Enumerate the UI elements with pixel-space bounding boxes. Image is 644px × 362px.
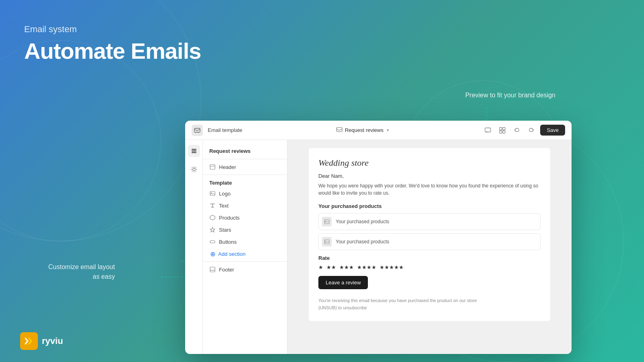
top-bar: Email template Request reviews ▾ [185, 121, 572, 140]
left-panel: Request reviews Header Template [203, 140, 287, 354]
logo-item-icon [209, 190, 216, 197]
svg-rect-4 [503, 128, 505, 130]
svg-rect-0 [194, 128, 200, 132]
svg-point-10 [193, 168, 195, 171]
product-icon-1 [322, 217, 332, 226]
svg-point-19 [325, 221, 326, 222]
preview-label: Preview to fit your brand design [465, 92, 555, 99]
app-window: Email template Request reviews ▾ [185, 121, 572, 354]
products-section-label: Your purchased products [318, 203, 541, 209]
header-title: Automate Emails [24, 38, 201, 64]
header-item[interactable]: Header [203, 161, 287, 173]
svg-rect-13 [210, 191, 215, 195]
product-icon-2 [322, 237, 332, 247]
star-1: ★ [318, 264, 323, 270]
sidebar-icons [185, 140, 203, 354]
svg-rect-5 [500, 131, 502, 133]
email-template-icon [192, 125, 203, 136]
svg-rect-9 [192, 152, 196, 153]
svg-rect-15 [210, 241, 215, 243]
email-preview: Wedding store Dear Nam, We hope you were… [309, 148, 550, 321]
logo-area: ryviu [20, 332, 63, 350]
store-name: Wedding store [318, 158, 541, 168]
star-4: ★★★★ [357, 264, 376, 270]
divider-2 [203, 175, 287, 175]
customize-label: Customize email layout as easy [48, 262, 115, 282]
header-section: Email system Automate Emails [24, 24, 201, 64]
rate-label: Rate [318, 255, 541, 261]
star-2: ★★ [326, 264, 336, 270]
product-item-2: Your purchased products [318, 233, 541, 250]
svg-rect-3 [500, 128, 502, 130]
settings-icon[interactable] [188, 163, 200, 175]
plus-icon: ⊕ [209, 251, 216, 257]
leave-review-button[interactable]: Leave a review [318, 276, 368, 289]
buttons-item-icon [209, 239, 216, 245]
header-icon [209, 164, 216, 170]
template-label: Template [203, 177, 287, 187]
request-reviews-tab[interactable]: Request reviews ▾ [331, 125, 394, 136]
logo-icon [20, 332, 38, 350]
email-body: We hope you were happy with your order. … [318, 182, 541, 197]
add-section-item[interactable]: ⊕ Add section [203, 248, 287, 260]
stars-item-icon [209, 226, 216, 233]
layout-icon[interactable] [497, 125, 508, 136]
star-5: ★★★★★ [380, 264, 404, 270]
save-button[interactable]: Save [540, 125, 565, 136]
chevron-down-icon: ▾ [387, 128, 389, 132]
svg-rect-8 [192, 150, 196, 152]
buttons-item[interactable]: Buttons [203, 236, 287, 248]
panel-section-title: Request reviews [203, 145, 287, 157]
svg-rect-7 [192, 149, 196, 150]
top-bar-title: Email template [208, 127, 242, 133]
text-item-icon [209, 202, 216, 209]
top-bar-actions: Save [482, 125, 565, 136]
divider-3 [203, 261, 287, 262]
stars-row: ★ ★★ ★★★ ★★★★ ★★★★★ [318, 264, 541, 270]
products-item-icon [209, 214, 216, 221]
svg-point-21 [325, 241, 326, 242]
header-subtitle: Email system [24, 24, 201, 35]
email-greeting: Dear Nam, [318, 173, 541, 179]
products-item[interactable]: Products [203, 212, 287, 224]
tab-label: Request reviews [345, 127, 384, 133]
comment-icon[interactable] [482, 125, 493, 136]
svg-rect-2 [485, 128, 491, 132]
divider-1 [203, 159, 287, 159]
svg-rect-6 [503, 131, 505, 133]
stars-item[interactable]: Stars [203, 224, 287, 236]
logo-item[interactable]: Logo [203, 187, 287, 200]
dashed-line-sidebar-2 [161, 277, 187, 278]
text-item[interactable]: Text [203, 200, 287, 212]
svg-point-14 [211, 192, 212, 193]
main-content: Request reviews Header Template [185, 140, 572, 354]
star-3: ★★★ [339, 264, 354, 270]
footer-icon [209, 266, 216, 273]
layers-icon[interactable] [188, 145, 200, 157]
bg-decoration-1 [0, 40, 161, 241]
product-item-1: Your purchased products [318, 213, 541, 230]
undo-icon[interactable] [511, 125, 522, 136]
preview-panel: Wedding store Dear Nam, We hope you were… [287, 140, 572, 354]
redo-icon[interactable] [526, 125, 537, 136]
email-footer-text: You're receiving this email because you … [318, 297, 541, 311]
footer-item[interactable]: Footer [203, 263, 287, 276]
svg-rect-11 [210, 165, 215, 169]
logo-text: ryviu [42, 336, 63, 346]
svg-rect-16 [210, 267, 215, 272]
